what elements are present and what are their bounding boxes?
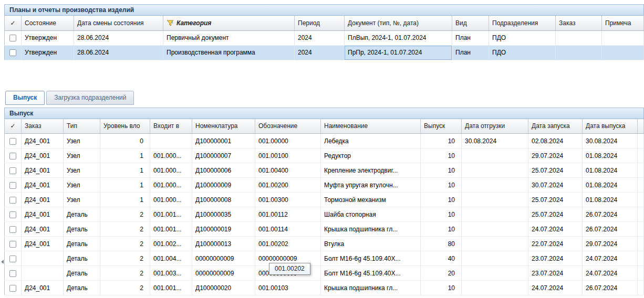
table-row[interactable]: Деталь2001.003...0000000000900000000009Б… <box>5 266 644 281</box>
row-checkbox[interactable] <box>9 226 16 233</box>
column-header-kind[interactable]: Вид <box>452 16 489 30</box>
cell-period[interactable]: 2024 <box>295 30 345 45</box>
cell-nomenclature[interactable]: Д100000019 <box>192 222 255 237</box>
cell-category[interactable]: Производственная программа <box>163 45 295 60</box>
row-checkbox[interactable] <box>9 197 16 204</box>
cell-ship_date[interactable] <box>462 281 528 295</box>
cell-type[interactable]: Узел <box>64 148 100 163</box>
cell-level[interactable]: 2 <box>100 222 150 237</box>
cell-level[interactable]: 2 <box>100 237 150 251</box>
cell-nomenclature[interactable]: Д100000007 <box>192 148 255 163</box>
cell-designation[interactable]: 001.00400 <box>255 163 321 178</box>
cell-type[interactable]: Узел <box>64 134 100 148</box>
cell-release_date[interactable]: 26.07.2024 <box>583 281 638 295</box>
cell-name[interactable]: Тормозной механизм <box>321 193 421 207</box>
cell-type[interactable]: Узел <box>64 178 100 193</box>
cell-parent[interactable]: 001.000... <box>150 163 192 178</box>
cell-parent[interactable]: 001.004... <box>150 251 192 266</box>
cell-start_date[interactable]: 30.07.2024 <box>528 178 583 193</box>
column-header-level[interactable]: Уровень вло <box>100 119 150 134</box>
cell-parent[interactable]: 001.003... <box>150 266 192 281</box>
cell-order[interactable]: Д24_001 <box>22 134 64 148</box>
cell-qty[interactable]: 10 <box>421 222 462 237</box>
cell-type[interactable]: Деталь <box>64 266 100 281</box>
table-row[interactable]: Д24_001Узел0Д100000001001.00000Лебедка10… <box>5 134 644 148</box>
splitter-collapse-button[interactable] <box>0 256 4 268</box>
cell-designation[interactable]: 001.00202 <box>255 237 321 251</box>
column-header-division[interactable]: Подразделения <box>489 16 556 30</box>
row-checkbox[interactable] <box>9 270 16 277</box>
cell-nomenclature[interactable]: Д100000008 <box>192 193 255 207</box>
cell-nomenclature[interactable]: Д100000001 <box>192 134 255 148</box>
column-header-check[interactable]: ✓ <box>5 119 22 134</box>
cell-document[interactable]: ПрПр, 2024-1, 01.07.2024 <box>345 45 452 60</box>
column-header-start_date[interactable]: Дата запуска <box>528 119 583 134</box>
cell-ship_date[interactable] <box>462 163 528 178</box>
column-header-check[interactable]: ✓ <box>5 16 22 30</box>
tab-vypusk[interactable]: Выпуск <box>5 91 45 105</box>
cell-date_changed[interactable]: 28.06.2024 <box>74 30 163 45</box>
cell-start_date[interactable]: 23.07.2024 <box>528 266 583 281</box>
cell-release_date[interactable]: 24.07.2024 <box>583 251 638 266</box>
cell-type[interactable]: Узел <box>64 163 100 178</box>
cell-release_date[interactable]: 30.08.2024 <box>583 134 638 148</box>
cell-ship_date[interactable] <box>462 251 528 266</box>
column-header-type[interactable]: Тип <box>64 119 100 134</box>
cell-date_changed[interactable]: 28.06.2024 <box>74 45 163 60</box>
cell-type[interactable]: Деталь <box>64 251 100 266</box>
column-header-nomenclature[interactable]: Номенклатура <box>192 119 255 134</box>
cell-name[interactable]: Редуктор <box>321 148 421 163</box>
cell-order[interactable]: Д24_001 <box>22 148 64 163</box>
cell-ship_date[interactable] <box>462 207 528 222</box>
cell-designation[interactable]: 001.00200 <box>255 178 321 193</box>
table-row[interactable]: Д24_001Деталь2001.002...Д100000013001.00… <box>5 237 644 251</box>
cell-nomenclature[interactable]: Д100000006 <box>192 163 255 178</box>
cell-name[interactable]: Болт М16-6g 45.109.40Х... <box>321 251 421 266</box>
column-header-ship_date[interactable]: Дата отгрузки <box>462 119 528 134</box>
table-row[interactable]: Д24_001Узел1001.000...Д100000008001.0030… <box>5 193 644 207</box>
table-row[interactable]: Деталь2001.004...0000000000900000000009Б… <box>5 251 644 266</box>
cell-order[interactable] <box>556 45 602 60</box>
cell-qty[interactable]: 20 <box>421 266 462 281</box>
cell-qty[interactable]: 10 <box>421 193 462 207</box>
cell-type[interactable]: Деталь <box>64 237 100 251</box>
cell-kind[interactable]: План <box>452 45 489 60</box>
cell-nomenclature[interactable]: 00000000009 <box>192 251 255 266</box>
row-checkbox[interactable] <box>9 167 16 174</box>
column-header-parent[interactable]: Входит в <box>150 119 192 134</box>
cell-ship_date[interactable] <box>462 237 528 251</box>
cell-start_date[interactable]: 29.07.2024 <box>528 148 583 163</box>
cell-note[interactable] <box>602 45 644 60</box>
column-header-designation[interactable]: Обозначение <box>255 119 321 134</box>
cell-start_date[interactable]: 24.07.2024 <box>528 281 583 295</box>
cell-parent[interactable]: 001.000... <box>150 178 192 193</box>
cell-release_date[interactable]: 01.08.2024 <box>583 148 638 163</box>
cell-type[interactable]: Узел <box>64 193 100 207</box>
cell-nomenclature[interactable]: 00000000009 <box>192 266 255 281</box>
cell-parent[interactable]: 001.002... <box>150 237 192 251</box>
row-checkbox[interactable] <box>9 49 16 56</box>
row-checkbox[interactable] <box>9 153 16 159</box>
cell-nomenclature[interactable]: Д100000020 <box>192 281 255 295</box>
cell-type[interactable]: Деталь <box>64 207 100 222</box>
cell-order[interactable]: Д24_001 <box>22 163 64 178</box>
cell-designation[interactable]: 001.00300 <box>255 193 321 207</box>
cell-parent[interactable]: 001.001... <box>150 207 192 222</box>
cell-type[interactable]: Деталь <box>64 222 100 237</box>
cell-ship_date[interactable] <box>462 266 528 281</box>
cell-note[interactable] <box>602 30 644 45</box>
cell-order[interactable]: Д24_001 <box>22 281 64 295</box>
cell-designation[interactable]: 001.00100 <box>255 148 321 163</box>
cell-release_date[interactable]: 01.08.2024 <box>583 193 638 207</box>
cell-start_date[interactable]: 25.07.2024 <box>528 207 583 222</box>
cell-level[interactable]: 1 <box>100 163 150 178</box>
cell-start_date[interactable]: 25.07.2024 <box>528 163 583 178</box>
cell-name[interactable]: Болт М16-6g 45.109.40Х... <box>321 266 421 281</box>
row-checkbox[interactable] <box>9 138 16 145</box>
cell-designation[interactable]: 001.00000 <box>255 134 321 148</box>
cell-ship_date[interactable] <box>462 148 528 163</box>
cell-qty[interactable]: 10 <box>421 281 462 295</box>
cell-parent[interactable]: 001.000... <box>150 193 192 207</box>
cell-order[interactable]: Д24_001 <box>22 207 64 222</box>
cell-ship_date[interactable]: 30.08.2024 <box>462 134 528 148</box>
